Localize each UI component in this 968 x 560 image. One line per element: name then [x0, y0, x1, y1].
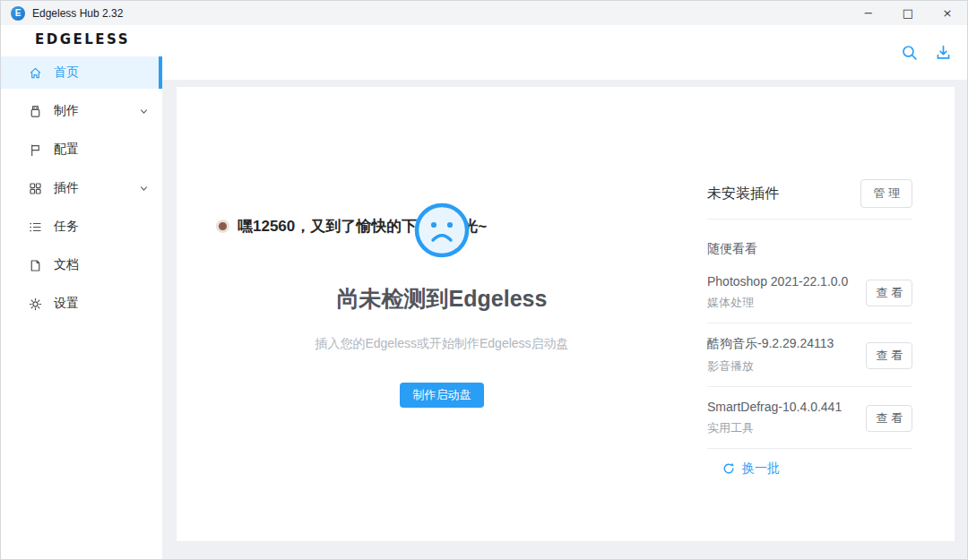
- sidebar-item-label: 插件: [54, 180, 79, 196]
- sidebar-item-label: 设置: [54, 296, 79, 312]
- sidebar-item-tasks[interactable]: 任务: [1, 211, 162, 243]
- browse-section-label: 随便看看: [707, 241, 912, 257]
- make-boot-disk-button[interactable]: 制作启动盘: [400, 383, 484, 408]
- titlebar: E Edgeless Hub 2.32 − □ ×: [1, 1, 967, 25]
- plugin-info: SmartDefrag-10.4.0.441 实用工具: [707, 400, 842, 436]
- view-button[interactable]: 查 看: [866, 405, 912, 432]
- plugins-panel-title: 未安装插件: [707, 185, 779, 203]
- sidebar-item-plugins[interactable]: 插件: [1, 172, 162, 204]
- plugins-panel: 未安装插件 管 理 随便看看 Photoshop 2021-22.1.0.0 媒…: [707, 179, 912, 477]
- app-window: E Edgeless Hub 2.32 − □ × EDGELESS: [0, 0, 968, 560]
- edgeless-logo: EDGELESS: [35, 31, 130, 47]
- plugin-info: Photoshop 2021-22.1.0.0 媒体处理: [707, 274, 848, 311]
- plugin-list-item: Photoshop 2021-22.1.0.0 媒体处理 查 看: [707, 262, 912, 323]
- window-controls: − □ ×: [849, 1, 967, 25]
- sidebar-item-label: 任务: [54, 219, 79, 235]
- sidebar-item-home[interactable]: 首页: [1, 56, 162, 89]
- flag-icon: [28, 142, 43, 158]
- refresh-label: 换一批: [742, 461, 780, 477]
- header-actions: [898, 41, 955, 64]
- maximize-icon[interactable]: □: [888, 1, 928, 25]
- app-logo-icon: E: [11, 6, 25, 21]
- plugin-category: 实用工具: [707, 420, 842, 436]
- sidebar-item-label: 配置: [54, 142, 79, 158]
- view-button[interactable]: 查 看: [866, 342, 912, 369]
- search-icon[interactable]: [898, 41, 920, 64]
- empty-state-subtitle: 插入您的Edgeless或开始制作Edgeless启动盘: [177, 336, 707, 352]
- document-icon: [28, 258, 43, 273]
- manage-button[interactable]: 管 理: [860, 179, 912, 208]
- refresh-batch-link[interactable]: 换一批: [707, 461, 780, 477]
- plugin-name: Photoshop 2021-22.1.0.0: [707, 274, 848, 289]
- sidebar-item-label: 首页: [54, 65, 79, 81]
- window-title: Edgeless Hub 2.32: [32, 7, 123, 20]
- empty-state: 尚未检测到Edgeless 插入您的Edgeless或开始制作Edgeless启…: [177, 87, 707, 541]
- sidebar-item-config[interactable]: 配置: [1, 134, 162, 166]
- home-icon: [28, 65, 43, 81]
- plugins-panel-header: 未安装插件 管 理: [707, 179, 912, 208]
- empty-state-title: 尚未检测到Edgeless: [177, 284, 707, 314]
- sidebar-item-label: 制作: [54, 103, 79, 119]
- sidebar-item-label: 文档: [54, 257, 79, 273]
- sidebar: 首页 制作 配置: [1, 56, 162, 326]
- plugin-category: 影音播放: [707, 358, 834, 375]
- plugin-info: 酷狗音乐-9.2.29.24113 影音播放: [707, 336, 834, 375]
- plugin-list-item: 酷狗音乐-9.2.29.24113 影音播放 查 看: [707, 323, 912, 387]
- titlebar-left: E Edgeless Hub 2.32: [1, 6, 123, 21]
- view-button[interactable]: 查 看: [866, 280, 912, 306]
- close-icon[interactable]: ×: [928, 1, 967, 25]
- minimize-icon[interactable]: −: [849, 1, 888, 25]
- usb-drive-icon: [28, 104, 43, 119]
- chevron-down-icon: [138, 183, 150, 194]
- refresh-icon: [722, 461, 736, 476]
- download-icon[interactable]: [932, 41, 955, 64]
- divider: [707, 219, 912, 220]
- plugin-list-item: SmartDefrag-10.4.0.441 实用工具 查 看: [707, 387, 912, 449]
- sidebar-item-settings[interactable]: 设置: [1, 288, 162, 320]
- settings-gear-icon: [28, 297, 43, 312]
- plugin-name: 酷狗音乐-9.2.29.24113: [707, 336, 834, 352]
- sidebar-item-docs[interactable]: 文档: [1, 249, 162, 281]
- plugin-grid-icon: [28, 181, 43, 196]
- plugin-name: SmartDefrag-10.4.0.441: [707, 400, 842, 414]
- chevron-down-icon: [138, 106, 150, 117]
- sad-face-icon: [413, 202, 471, 259]
- plugin-category: 媒体处理: [707, 295, 848, 311]
- task-list-icon: [28, 220, 43, 235]
- sidebar-item-make[interactable]: 制作: [1, 95, 162, 127]
- main-card: 嘿12560，又到了愉快的下午茶时光~ 尚未检测到Edgeless 插入您的Ed…: [177, 87, 955, 541]
